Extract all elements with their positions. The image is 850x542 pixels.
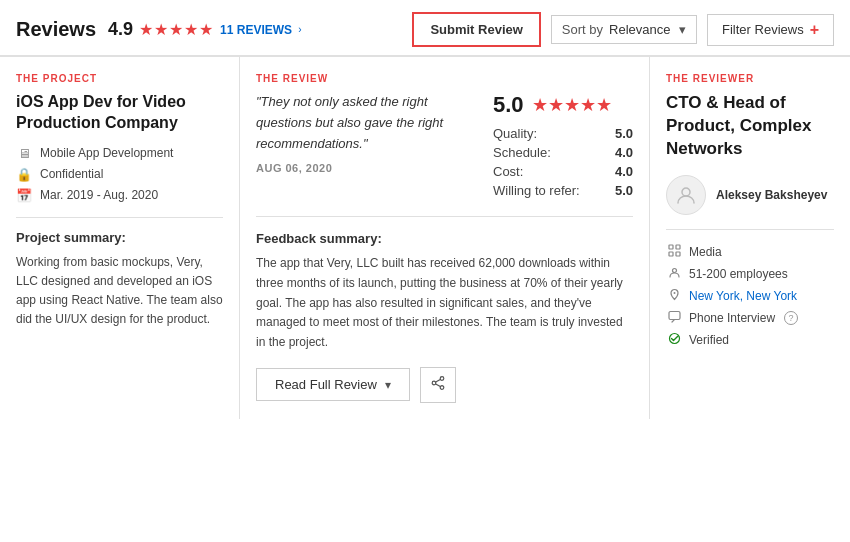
person-icon	[666, 266, 682, 282]
read-full-chevron-icon: ▾	[385, 378, 391, 392]
svg-rect-7	[676, 245, 680, 249]
reviewer-column: THE REVIEWER CTO & Head of Product, Comp…	[650, 57, 850, 419]
sort-by-label: Sort by	[562, 22, 603, 37]
monitor-icon: 🖥	[16, 146, 32, 161]
willing-to-refer-label: Willing to refer:	[493, 183, 580, 198]
rating-section: 4.9 ★★★★★ 11 REVIEWS ›	[108, 19, 301, 40]
reviews-count-chevron: ›	[298, 24, 301, 35]
project-meta-type: 🖥 Mobile App Development	[16, 146, 223, 161]
feedback-title: Feedback summary:	[256, 231, 633, 246]
reviewer-verified-text: Verified	[689, 333, 729, 347]
reviewer-verified: Verified	[666, 332, 834, 348]
filter-reviews-button[interactable]: Filter Reviews +	[707, 14, 834, 46]
score-willing-to-refer: Willing to refer: 5.0	[493, 183, 633, 198]
project-meta-confidential: 🔒 Confidential	[16, 167, 223, 182]
help-icon[interactable]: ?	[784, 311, 798, 325]
verified-icon	[666, 332, 682, 348]
quality-value: 5.0	[615, 126, 633, 141]
reviewer-employees: 51-200 employees	[666, 266, 834, 282]
content-area: THE PROJECT iOS App Dev for Video Produc…	[0, 56, 850, 419]
svg-rect-12	[669, 311, 680, 319]
page-title: Reviews	[16, 18, 96, 41]
sort-chevron-icon: ▾	[679, 22, 686, 37]
reviews-count[interactable]: 11 REVIEWS	[220, 23, 292, 37]
reviewer-name: Aleksey Baksheyev	[716, 188, 827, 202]
sort-select[interactable]: Relevance Newest Oldest	[609, 22, 671, 37]
reviewer-employees-text: 51-200 employees	[689, 267, 788, 281]
review-top: "They not only asked the right questions…	[256, 92, 633, 217]
svg-rect-6	[669, 245, 673, 249]
review-quote-area: "They not only asked the right questions…	[256, 92, 477, 202]
score-cost: Cost: 4.0	[493, 164, 633, 179]
score-quality: Quality: 5.0	[493, 126, 633, 141]
calendar-icon: 📅	[16, 188, 32, 203]
schedule-value: 4.0	[615, 145, 633, 160]
project-meta: 🖥 Mobile App Development 🔒 Confidential …	[16, 146, 223, 203]
review-quote-text: "They not only asked the right questions…	[256, 92, 477, 154]
filter-plus-icon: +	[810, 21, 819, 39]
reviewer-industry-text: Media	[689, 245, 722, 259]
reviewer-location: New York, New York	[666, 288, 834, 304]
reviews-page: Reviews 4.9 ★★★★★ 11 REVIEWS › Submit Re…	[0, 0, 850, 542]
project-type-label: Mobile App Development	[40, 146, 173, 160]
svg-point-1	[440, 386, 444, 390]
cost-label: Cost:	[493, 164, 523, 179]
filter-reviews-label: Filter Reviews	[722, 22, 804, 37]
overall-score: 5.0 ★★★★★	[493, 92, 633, 118]
project-date-label: Mar. 2019 - Aug. 2020	[40, 188, 158, 202]
willing-to-refer-value: 5.0	[615, 183, 633, 198]
project-divider	[16, 217, 223, 218]
review-section-label: THE REVIEW	[256, 73, 633, 84]
review-scores-area: 5.0 ★★★★★ Quality: 5.0 Schedule: 4.0 Cos…	[493, 92, 633, 202]
schedule-label: Schedule:	[493, 145, 551, 160]
reviewer-job-title: CTO & Head of Product, Complex Networks	[666, 92, 834, 161]
reviewer-industry: Media	[666, 244, 834, 260]
svg-line-4	[436, 384, 441, 387]
location-icon	[666, 288, 682, 304]
reviewer-interview-type: Phone Interview ?	[666, 310, 834, 326]
rating-number: 4.9	[108, 19, 133, 40]
reviews-header: Reviews 4.9 ★★★★★ 11 REVIEWS › Submit Re…	[0, 0, 850, 56]
feedback-text: The app that Very, LLC built has receive…	[256, 254, 633, 353]
svg-point-2	[432, 382, 436, 386]
svg-line-3	[436, 380, 441, 383]
project-summary-title: Project summary:	[16, 230, 223, 245]
project-meta-date: 📅 Mar. 2019 - Aug. 2020	[16, 188, 223, 203]
project-column: THE PROJECT iOS App Dev for Video Produc…	[0, 57, 240, 419]
read-full-review-button[interactable]: Read Full Review ▾	[256, 368, 410, 401]
avatar	[666, 175, 706, 215]
review-column: THE REVIEW "They not only asked the righ…	[240, 57, 650, 419]
project-title: iOS App Dev for Video Production Company	[16, 92, 223, 134]
grid-icon	[666, 244, 682, 260]
svg-point-0	[440, 377, 444, 381]
project-confidential-label: Confidential	[40, 167, 103, 181]
share-icon	[431, 376, 445, 393]
reviewer-meta: Media 51-200 employees	[666, 244, 834, 348]
project-summary-text: Working from basic mockups, Very, LLC de…	[16, 253, 223, 330]
lock-icon: 🔒	[16, 167, 32, 182]
cost-value: 4.0	[615, 164, 633, 179]
svg-rect-9	[676, 252, 680, 256]
submit-review-button[interactable]: Submit Review	[412, 12, 540, 47]
review-date: AUG 06, 2020	[256, 162, 477, 174]
reviewer-profile: Aleksey Baksheyev	[666, 175, 834, 230]
rating-stars: ★★★★★	[139, 20, 214, 39]
svg-point-10	[672, 268, 676, 272]
project-section-label: THE PROJECT	[16, 73, 223, 84]
reviewer-section-label: THE REVIEWER	[666, 73, 834, 84]
share-button[interactable]	[420, 367, 456, 403]
overall-score-value: 5.0	[493, 92, 524, 118]
sort-by-section: Sort by Relevance Newest Oldest ▾	[551, 15, 697, 44]
quality-label: Quality:	[493, 126, 537, 141]
score-schedule: Schedule: 4.0	[493, 145, 633, 160]
reviewer-interview-type-text: Phone Interview	[689, 311, 775, 325]
svg-point-5	[682, 188, 690, 196]
svg-point-11	[673, 292, 675, 294]
svg-rect-8	[669, 252, 673, 256]
chat-icon	[666, 310, 682, 326]
reviewer-location-text[interactable]: New York, New York	[689, 289, 797, 303]
read-full-review-label: Read Full Review	[275, 377, 377, 392]
overall-score-stars: ★★★★★	[532, 94, 612, 116]
review-actions: Read Full Review ▾	[256, 367, 633, 403]
